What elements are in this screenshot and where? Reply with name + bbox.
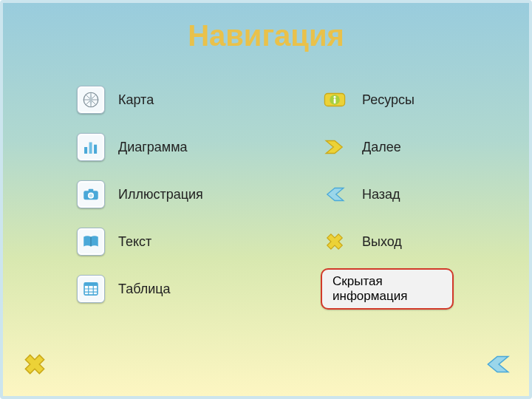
slide-navigation: Навигация Карта Диаграмма Иллюстрация Т [0, 0, 532, 399]
chart-icon [77, 133, 105, 161]
left-column: Карта Диаграмма Иллюстрация Текст Таблиц [77, 84, 203, 304]
svg-rect-1 [84, 147, 87, 154]
svg-rect-2 [89, 143, 92, 154]
svg-point-7 [89, 194, 93, 197]
item-label: Ресурсы [362, 92, 415, 108]
item-label: Текст [118, 234, 151, 250]
item-back[interactable]: Назад [321, 179, 454, 210]
item-resources[interactable]: Ресурсы [321, 84, 454, 115]
item-label: Диаграмма [118, 140, 188, 155]
item-label: Таблица [118, 282, 171, 297]
book-icon [77, 228, 105, 256]
close-x-icon [19, 369, 50, 382]
item-next[interactable]: Далее [321, 132, 454, 163]
svg-point-12 [333, 96, 335, 98]
item-table[interactable]: Таблица [77, 273, 203, 304]
close-x-icon [321, 228, 349, 256]
item-label: Далее [362, 140, 401, 155]
arrow-back-icon [321, 180, 349, 208]
item-diagram[interactable]: Диаграмма [77, 132, 203, 163]
arrow-back-icon [482, 369, 513, 382]
arrow-next-icon [321, 133, 349, 161]
item-label: Выход [362, 234, 402, 250]
page-title: Навигация [3, 19, 529, 52]
svg-rect-9 [84, 283, 98, 286]
camera-icon [77, 180, 105, 208]
info-icon [321, 86, 349, 114]
item-exit[interactable]: Выход [321, 226, 454, 257]
hidden-info-pill[interactable]: Скрытая информация [321, 268, 454, 310]
item-label: Карта [118, 92, 154, 108]
svg-rect-13 [334, 98, 336, 103]
compass-icon [77, 86, 105, 114]
corner-back-button[interactable] [482, 349, 513, 383]
svg-rect-3 [94, 145, 97, 154]
item-map[interactable]: Карта [77, 84, 203, 115]
item-label: Иллюстрация [118, 187, 203, 202]
item-text[interactable]: Текст [77, 226, 203, 257]
item-label: Назад [362, 187, 400, 202]
right-column: Ресурсы Далее Назад Выход Скрытая информ… [321, 84, 454, 304]
item-hidden-info[interactable]: Скрытая информация [321, 273, 454, 304]
table-icon [77, 275, 105, 303]
item-illustration[interactable]: Иллюстрация [77, 179, 203, 210]
corner-exit-button[interactable] [19, 349, 50, 383]
svg-rect-5 [89, 189, 94, 192]
